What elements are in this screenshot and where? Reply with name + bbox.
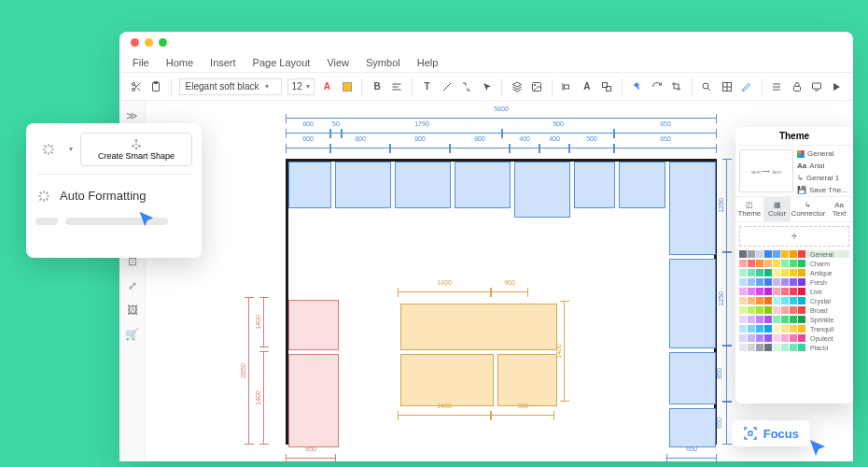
create-smart-shape-button[interactable]: Create Smart Shape [80,133,192,166]
svg-point-26 [138,145,140,147]
dim-label: 650 [660,135,671,142]
font-size-select[interactable]: 12▾ [287,78,315,95]
svg-rect-28 [749,432,752,435]
spark-icon[interactable] [35,136,62,163]
menu-insert[interactable]: Insert [210,57,236,68]
group-icon[interactable] [599,79,613,94]
theme-opt-save[interactable]: 💾Save The... [797,186,849,194]
dim-label: 650 [686,446,697,452]
rail-cart-icon[interactable]: 🛒 [125,327,140,342]
focus-label: Focus [763,427,799,441]
fill-icon[interactable] [630,79,644,94]
dim-label: 800 [355,135,366,142]
focus-button[interactable]: Focus [732,420,810,446]
dim-label: 5800 [494,106,509,112]
table-icon[interactable] [720,79,734,94]
theme-panel: Theme text ⟶ text General AaArial ↳Gener… [735,127,853,403]
svg-rect-22 [812,83,820,89]
svg-point-27 [135,148,137,149]
swatch-row[interactable]: Broad [739,306,849,314]
dim-label: 2850 [240,363,246,378]
text-tool-icon[interactable]: T [420,79,434,94]
play-icon[interactable] [830,79,844,94]
dim-label: 1400 [437,279,452,286]
svg-point-1 [132,88,134,91]
dim-label: 900 [517,403,528,409]
rail-expand-icon[interactable]: ⤢ [125,278,140,293]
minimize-icon[interactable] [145,38,153,47]
highlight-icon[interactable] [340,79,354,94]
font-size: 12 [292,81,302,92]
swatch-row[interactable]: Sprinkle [739,316,849,323]
menu-bar: File Home Insert Page Layout View Symbol… [119,52,853,73]
align-left-icon[interactable] [560,79,574,94]
svg-rect-10 [565,85,569,89]
paste-icon[interactable] [148,79,162,94]
layers-icon[interactable] [510,79,524,94]
svg-point-25 [132,145,133,147]
auto-formatting-card: ▾ Create Smart Shape Auto Formatting [26,123,202,258]
swatch-row[interactable]: Opulent [739,334,849,342]
bold-icon[interactable]: B [370,79,384,94]
tab-connector[interactable]: ↳Connector [791,197,825,221]
menu-home[interactable]: Home [166,57,193,68]
menu-symbol[interactable]: Symbol [366,57,400,68]
dim-label: 500 [553,120,564,127]
swatch-row[interactable]: Live [739,288,849,295]
pointer-icon[interactable] [480,79,494,94]
dim-label: 650 [305,446,316,452]
image-icon[interactable] [530,79,544,94]
swatch-row[interactable]: Charm [739,260,849,267]
menu-page-layout[interactable]: Page Layout [253,57,311,68]
swatch-row[interactable]: Fresh [739,278,849,286]
pen-icon[interactable] [739,79,753,94]
swatch-row[interactable]: Placid [739,344,849,351]
titlebar [119,32,853,52]
dim-label: 1400 [555,344,562,359]
crop-icon[interactable] [669,79,683,94]
lock-icon[interactable] [790,79,804,94]
dim-label: 1400 [437,403,452,409]
tab-color[interactable]: ▦Color [763,197,791,221]
swatch-row[interactable]: General [739,250,849,258]
theme-opt-general[interactable]: General [797,149,849,158]
dim-label: 800 [414,135,426,142]
dim-label: 650 [660,120,671,127]
spark-dropdown[interactable]: ▾ [69,145,73,153]
shape-text-icon[interactable]: A [580,79,594,94]
rail-shapes-icon[interactable]: ≫ [125,108,140,123]
connector-icon[interactable] [460,79,474,94]
dim-label: 650 [716,417,722,429]
close-icon[interactable] [131,38,139,47]
reload-icon[interactable] [650,79,664,94]
font-name: Elegant soft black [186,81,259,92]
rail-image-icon[interactable]: 🖼 [125,303,140,318]
style-icon[interactable] [770,79,784,94]
cut-icon[interactable] [129,79,143,94]
tab-theme[interactable]: ◫Theme [735,197,763,221]
zoom-icon[interactable] [700,79,714,94]
smart-shape-label: Create Smart Shape [98,151,175,161]
theme-preview[interactable]: text ⟶ text [739,149,793,192]
present-icon[interactable] [809,79,823,94]
swatch-row[interactable]: Crystal [739,297,849,304]
theme-opt-connector[interactable]: ↳General 1 [797,174,849,182]
menu-view[interactable]: View [327,57,349,68]
menu-file[interactable]: File [133,57,149,68]
cursor-icon [806,437,829,460]
dim-label: 850 [716,368,722,379]
swatch-row[interactable]: Antique [739,269,849,276]
align-icon[interactable] [390,79,404,94]
tab-text[interactable]: AaText [825,197,853,221]
font-select[interactable]: Elegant soft black▾ [179,78,282,95]
auto-formatting-button[interactable]: Auto Formatting [35,188,192,205]
maximize-icon[interactable] [159,38,167,47]
dim-label: 400 [549,135,560,142]
add-theme-button[interactable]: + [739,226,849,247]
font-color-icon[interactable]: A [320,79,334,94]
menu-help[interactable]: Help [417,57,439,68]
theme-opt-font[interactable]: AaArial [797,162,849,170]
swatch-row[interactable]: Tranquil [739,325,849,333]
line-tool-icon[interactable] [440,79,454,94]
focus-icon [743,426,758,441]
